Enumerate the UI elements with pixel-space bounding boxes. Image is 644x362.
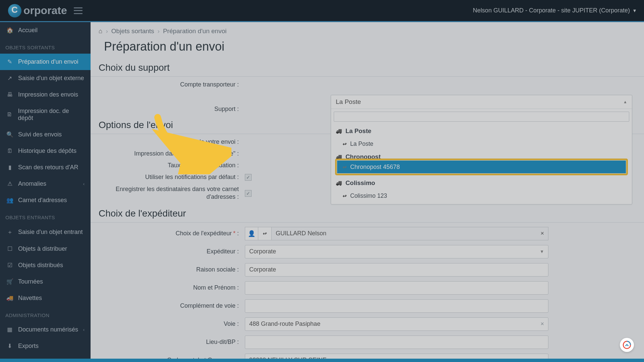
breadcrumb-l2[interactable]: Préparation d'un envoi [163,27,227,35]
truck-icon [336,180,342,186]
breadcrumb-l1[interactable]: Objets sortants [111,27,154,35]
help-widget[interactable] [620,338,634,352]
user-menu[interactable]: Nelson GUILLARD - Corporate - site JUPIT… [473,7,636,14]
sidebar-item-label: Scan des retours d'AR [18,164,78,171]
label-taux: Taux de recommandation : [101,162,245,169]
nav-icon: ▮ [6,164,13,171]
checkbox-carnet[interactable]: ✓ [245,190,252,197]
nav-icon: ＋ [6,228,13,236]
nav-icon: 🗓 [6,148,13,155]
sidebar-item[interactable]: 🛒Tournées [0,274,91,290]
nav-icon: 🏠 [6,27,13,34]
sidebar-section-header: SUPPORT [0,354,91,359]
sidebar-item-label: Exports [18,343,39,350]
branch-icon [342,141,347,147]
sidebar-item-label: Navettes [18,295,42,302]
breadcrumb: ⌂ › Objets sortants › Préparation d'un e… [91,22,644,35]
section-support-title: Choix du support [91,60,644,76]
nav-icon: ☑ [6,262,13,269]
section-expediteur-title: Choix de l'expéditeur [91,205,644,222]
chevron-left-icon: ‹ [83,327,85,332]
sidebar-item-label: Saisie d'un objet entrant [18,229,83,236]
transporteur-dropdown[interactable]: La Poste ▲ La PosteLa PosteChronopostCol… [331,95,632,204]
sidebar-item-label: Tournées [18,278,43,285]
dropdown-selected[interactable]: La Poste ▲ [331,95,632,109]
sidebar-item[interactable]: ⬇Exports [0,338,91,354]
brand-text: orporate [23,4,67,17]
sidebar-item[interactable]: 🚚Navettes [0,290,91,306]
sidebar-item[interactable]: 👥Carnet d'adresses [0,192,91,208]
chevron-down-icon [633,7,636,14]
chevron-left-icon: ‹ [83,181,85,186]
select-expediteur[interactable]: Corporate▼ [245,245,548,258]
main-content: ⌂ › Objets sortants › Préparation d'un e… [91,22,644,359]
branch-icon [342,193,347,199]
sidebar-item-label: Objets distribués [18,262,63,269]
sidebar-item[interactable]: 🖶Impression des envois [0,86,91,103]
dropdown-group: Colissimo [331,176,632,190]
input-compl-voie[interactable] [245,299,548,313]
nav-icon: ☐ [6,245,13,252]
input-cp-commune[interactable]: 92200 NEUILLY SUR SEINE× [245,354,548,359]
sidebar-item-label: Objets à distribuer [18,245,67,252]
sidebar-item[interactable]: 🔍Suivi des envois [0,126,91,143]
nav-icon: ▦ [6,326,13,333]
checkbox-notifications[interactable]: ✓ [245,174,252,181]
logo-mark-icon [8,4,21,17]
home-icon[interactable]: ⌂ [99,27,102,35]
label-voie: Voie : [101,320,245,327]
sidebar-section-header: ADMINISTRATION [0,306,91,321]
dropdown-group: La Poste [331,124,632,138]
nav-icon: ⬇ [6,343,13,350]
label-impression-ref: Impression dans le cadre "Référence" : [101,150,245,157]
sidebar-item[interactable]: ☑Objets distribués [0,257,91,274]
sidebar-item[interactable]: ＋Saisie d'un objet entrant [0,224,91,241]
truck-icon [336,154,342,160]
sidebar-item[interactable]: ☐Objets à distribuer [0,241,91,257]
sidebar-item[interactable]: 🗎Impression doc. de dépôt [0,103,91,126]
nav-icon: 🖶 [6,92,13,98]
sidebar-item-label: Impression des envois [18,91,78,98]
label-compl-voie: Complément de voie : [101,302,245,309]
menu-toggle-icon[interactable] [74,7,83,14]
brand-logo[interactable]: orporate [8,4,67,17]
nav-icon: 🚚 [6,295,13,302]
sidebar-item-label: Suivi des envois [18,131,62,138]
sidebar-item[interactable]: 🏠Accueil [0,22,91,39]
nav-icon: ✎ [6,58,13,65]
nav-icon: 🛒 [6,278,13,285]
sidebar-item-label: Impression doc. de dépôt [18,108,85,122]
sidebar-item[interactable]: 🗓Historique des dépôts [0,143,91,159]
sidebar-item[interactable]: ↗Saisie d'un objet externe [0,70,91,86]
nav-icon: ⚠ [6,180,13,187]
exp-branch-icon[interactable] [258,227,272,240]
input-raison[interactable]: Corporate [245,263,548,277]
label-support: Support : [101,106,245,113]
label-notif: Utiliser les notifications par défaut : [101,174,245,181]
exp-name-field[interactable]: GUILLARD Nelson × [272,227,548,240]
sidebar-section-header: OBJETS ENTRANTS [0,208,91,224]
clear-icon[interactable]: × [537,320,544,327]
input-lieu-dit[interactable] [245,336,548,349]
input-nom-prenom[interactable] [245,281,548,295]
nav-icon: 👥 [6,197,13,204]
page-title: Préparation d'un envoi [91,35,644,60]
label-carnet: Enregistrer les destinataires dans votre… [101,185,245,201]
sidebar-item-label: Carnet d'adresses [18,197,67,204]
bottom-accent-bar [0,359,644,362]
exp-user-icon[interactable]: 👤 [245,227,258,240]
sidebar-item[interactable]: ▦Documents numérisés‹ [0,321,91,338]
sidebar-item[interactable]: ✎Préparation d'un envoi [0,54,91,70]
input-voie[interactable]: 488 Grand-route Pasiphae× [245,317,548,331]
label-transporteur: Compte transporteur : [101,81,245,88]
dropdown-option-highlighted[interactable]: Chronopost 45678 [337,161,626,173]
sidebar-item[interactable]: ▮Scan des retours d'AR [0,159,91,176]
clear-icon[interactable]: × [540,230,544,237]
chevron-up-icon: ▲ [623,100,627,104]
dropdown-option[interactable]: La Poste [331,138,632,150]
dropdown-option[interactable]: Colissimo 123 [331,190,632,202]
sidebar-item-label: Anomalies [18,180,46,187]
dropdown-search[interactable] [331,109,632,124]
sidebar-item[interactable]: ⚠Anomalies‹ [0,176,91,192]
sidebar-item-label: Préparation d'un envoi [18,58,78,65]
